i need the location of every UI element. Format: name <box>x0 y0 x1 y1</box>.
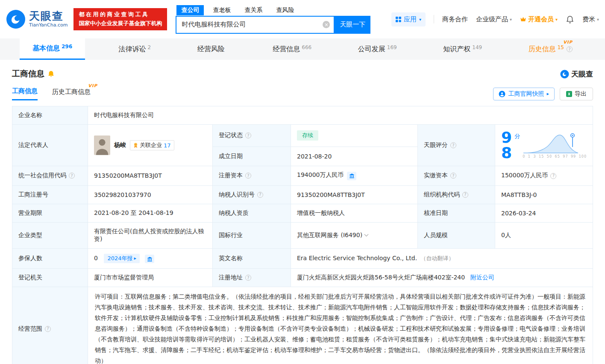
related-companies-count: 17 <box>164 142 171 149</box>
tab-basic-info[interactable]: 基本信息 296 <box>20 38 85 60</box>
help-icon[interactable]: ? <box>550 173 556 179</box>
search-tab-boss[interactable]: 查老板 <box>208 5 235 15</box>
subtab-business-info[interactable]: 工商信息 <box>12 87 38 100</box>
menu-open-vip[interactable]: 开通会员 ▾ <box>520 15 558 23</box>
slogan-banner: 都在用的商业查询工具 国家中小企业发展子基金旗下机构 <box>73 8 167 30</box>
user-account-menu[interactable]: 费米 ▾ <box>582 15 599 23</box>
chevron-down-icon: ▾ <box>419 17 421 22</box>
legal-rep-name[interactable]: 杨峻 <box>114 141 126 149</box>
paid-capital-label-cell: 实缴资本? <box>418 166 495 186</box>
help-icon[interactable]: ? <box>450 142 456 148</box>
snapshot-label: 工商官网快照 <box>508 90 544 98</box>
staff-size-label: 人员规模 <box>418 222 495 248</box>
help-icon[interactable]: ? <box>45 326 51 332</box>
menu-business-cooperation[interactable]: 商务合作 <box>442 15 468 23</box>
table-row: 企业类型 有限责任公司(自然人投资或控股的法人独资) 国标行业 其他互联网服务 … <box>12 222 593 248</box>
subtab-history-business-info[interactable]: VIP 历史工商信息 <box>52 88 91 100</box>
address-value: 厦门火炬高新区火炬园火炬路56-58号火炬广场南楼402室-240 <box>297 274 465 281</box>
insured-label: 参保人数 <box>12 248 88 269</box>
staff-size-value: 0人 <box>495 222 593 248</box>
tianyancha-logo[interactable]: 天眼查 TianYanCha.com <box>6 9 68 29</box>
help-icon[interactable]: ? <box>245 173 251 179</box>
help-icon[interactable]: ? <box>462 192 468 198</box>
tab-label: 历史信息 <box>529 45 556 54</box>
reg-capital-label: 注册资本 <box>219 172 243 179</box>
paid-capital-value: 150000万人民币 <box>501 172 548 179</box>
export-button[interactable]: 导出 <box>560 88 593 100</box>
company-search-input[interactable] <box>176 21 334 29</box>
score-axis-labels: 0 1 3 15 50 65 97 99 100 <box>523 155 587 159</box>
term-label: 营业期限 <box>12 204 88 222</box>
subtab-row: 工商信息 VIP 历史工商信息 工商官网快照 ▸ 导出 <box>0 79 605 100</box>
search-tab-relation[interactable]: 查关系 <box>240 5 267 15</box>
help-icon[interactable]: ? <box>245 275 251 281</box>
industry-label: 国标行业 <box>213 222 291 248</box>
tab-label: 经营信息 <box>273 45 300 54</box>
table-row: 营业期限 2021-08-20 至 2041-08-19 纳税人资质 增值税一般… <box>12 204 593 222</box>
table-row: 经营范围? 许可项目：互联网信息服务；第二类增值电信业务。（依法须经批准的项目，… <box>12 287 593 364</box>
tab-intellectual-property[interactable]: 知识产权 149 <box>430 38 495 60</box>
tab-operating-risk[interactable]: 经营风险 <box>185 38 239 60</box>
help-icon[interactable]: ? <box>450 173 456 179</box>
subscribe-bell-icon[interactable] <box>48 70 54 77</box>
tab-operating-info[interactable]: 经营信息 666 <box>260 38 324 60</box>
notification-bell-icon[interactable] <box>566 15 574 24</box>
tab-label: 法律诉讼 <box>119 45 146 54</box>
score-label: 天眼评分 <box>424 141 448 149</box>
english-name-label: 英文名称 <box>213 248 291 269</box>
tianyancha-logo-small: 天眼查 <box>560 69 593 79</box>
tab-label: 知识产权 <box>443 45 470 54</box>
english-name-value: Era Electric Service Technology Co., Ltd… <box>297 255 417 261</box>
divider <box>434 15 434 23</box>
crown-icon <box>520 17 526 22</box>
company-name-label: 企业名称 <box>12 106 88 125</box>
brand-name-small: 天眼查 <box>571 69 593 79</box>
score-cell: 98 分 0 1 3 15 50 65 97 99 100 <box>495 125 593 166</box>
auto-translate-note: （自动翻译） <box>421 255 454 261</box>
help-icon[interactable]: ? <box>245 132 251 138</box>
table-row: 统一社会信用代码? 91350200MA8TTB3J0T 注册资本? 19400… <box>12 166 593 186</box>
annual-report-link[interactable]: 2024年报 ▸ <box>104 254 140 263</box>
authority-label: 登记机关 <box>12 269 88 287</box>
tab-company-development[interactable]: 公司发展 169 <box>345 38 410 60</box>
address-label-cell: 注册地址? <box>213 269 291 287</box>
help-icon[interactable]: ? <box>257 192 263 198</box>
brand-name: 天眼查 <box>29 10 68 23</box>
apps-menu[interactable]: 应用 ▾ <box>391 12 426 26</box>
insured-bank-icon[interactable] <box>145 255 154 263</box>
menu-enterprise-products[interactable]: 企业级产品 ▾ <box>476 15 512 23</box>
brand-domain: TianYanCha.com <box>29 23 68 28</box>
chevron-down-icon[interactable] <box>364 232 369 236</box>
chevron-down-icon: ▾ <box>555 17 558 22</box>
excel-icon <box>566 91 572 97</box>
capital-change-bank-icon[interactable] <box>347 172 356 180</box>
reg-capital-value-cell: 194000万人民币 <box>291 166 418 186</box>
slogan-line1: 都在用的商业查询工具 <box>79 10 162 19</box>
tab-count: 296 <box>62 44 72 50</box>
apps-menu-label: 应用 <box>404 15 417 23</box>
table-row: 登记机关 厦门市市场监督管理局 注册地址? 厦门火炬高新区火炬园火炬路56-58… <box>12 269 593 287</box>
section-title: 工商信息 <box>12 68 44 79</box>
related-companies-link[interactable]: 关联企业 17 <box>130 140 174 150</box>
nearby-companies-link[interactable]: 附近公司 <box>470 274 494 281</box>
vip-badge: VIP <box>563 40 573 44</box>
insured-value-cell: 0 2024年报 ▸ <box>88 248 213 269</box>
tab-legal-proceedings[interactable]: 法律诉讼 2 <box>106 38 164 60</box>
score-value: 98 <box>501 130 513 161</box>
legal-rep-avatar[interactable] <box>94 135 110 155</box>
search-tab-company[interactable]: 查公司 <box>176 5 204 15</box>
tax-quality-label: 纳税人资质 <box>213 204 291 222</box>
official-snapshot-button[interactable]: 工商官网快照 ▸ <box>493 88 555 100</box>
header-right-menu: 应用 ▾ 商务合作 企业级产品 ▾ 开通会员 ▾ 费米 ▾ <box>391 12 599 26</box>
tab-count: 169 <box>387 44 397 50</box>
top-header: 天眼查 TianYanCha.com 都在用的商业查询工具 国家中小企业发展子基… <box>0 0 605 38</box>
search-button[interactable]: 天眼一下 <box>335 16 370 34</box>
apps-grid-icon <box>396 17 401 22</box>
help-icon[interactable]: ? <box>567 46 573 52</box>
help-icon[interactable]: ? <box>69 173 75 179</box>
section-header: 工商信息 天眼查 <box>0 60 605 79</box>
medal-icon <box>133 143 138 148</box>
scope-value: 许可项目：互联网信息服务；第二类增值电信业务。（依法须经批准的项目，经相关部门批… <box>88 287 593 364</box>
tab-history-info[interactable]: VIP 历史信息 15 ? <box>516 38 585 60</box>
search-tab-risk[interactable]: 查风险 <box>271 5 299 15</box>
